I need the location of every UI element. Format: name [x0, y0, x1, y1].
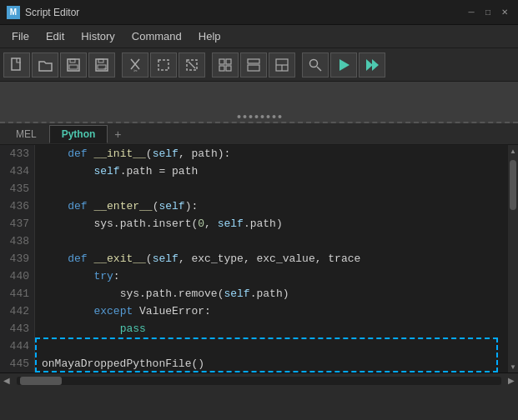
- run-all-icon: [365, 58, 380, 72]
- svg-rect-16: [219, 66, 224, 71]
- line-num: 435: [5, 180, 29, 198]
- tab-mel[interactable]: MEL: [3, 125, 49, 143]
- menu-file[interactable]: File: [3, 27, 38, 46]
- close-button[interactable]: ✕: [498, 6, 511, 19]
- code-line-433: def __init__(self, path):: [42, 145, 501, 162]
- maximize-button[interactable]: □: [481, 6, 495, 19]
- save-file-button[interactable]: [60, 52, 87, 78]
- select-icon: [156, 58, 171, 72]
- select-button[interactable]: [150, 52, 177, 78]
- line-num: 443: [5, 320, 29, 338]
- menu-edit[interactable]: Edit: [38, 27, 73, 46]
- line-num: 433: [5, 145, 29, 162]
- layout2-button[interactable]: [269, 52, 295, 78]
- new-file-button[interactable]: [3, 52, 30, 78]
- scroll-down-arrow[interactable]: ▼: [510, 361, 516, 372]
- divider-dot: [266, 115, 269, 118]
- layout-icon: [246, 58, 261, 72]
- code-line-436: def __enter__(self):: [42, 198, 501, 215]
- svg-text:✂: ✂: [133, 68, 138, 72]
- divider-dot: [260, 115, 264, 118]
- svg-rect-15: [226, 59, 231, 64]
- code-line-438: [42, 232, 501, 250]
- cut-button[interactable]: ✂: [122, 52, 148, 78]
- svg-rect-11: [158, 60, 168, 70]
- title-bar: M Script Editor ─ □ ✕: [0, 0, 518, 25]
- line-num: 440: [5, 268, 29, 285]
- code-line-444: [42, 338, 501, 355]
- menu-command[interactable]: Command: [123, 27, 190, 46]
- clear-button[interactable]: [179, 52, 205, 78]
- line-num: 437: [5, 215, 29, 232]
- code-line-439: def __exit__(self, exc_type, exc_value, …: [42, 250, 501, 268]
- code-line-435: [42, 180, 501, 198]
- line-num: 438: [5, 232, 29, 250]
- code-line-440: try:: [42, 268, 501, 285]
- line-num: 434: [5, 162, 29, 180]
- new-file-icon: [9, 58, 24, 72]
- toolbar-separator-1: [117, 52, 120, 78]
- toolbar-separator-3: [297, 52, 300, 78]
- code-area: 433 434 435 436 437 438 439 440 441 442 …: [0, 145, 518, 372]
- code-line-442: except ValueError:: [42, 302, 501, 320]
- search-button[interactable]: [302, 52, 329, 78]
- svg-line-13: [189, 62, 195, 68]
- window-controls: ─ □ ✕: [465, 6, 511, 19]
- divider-dot: [278, 115, 281, 118]
- horizontal-scrollbar-thumb[interactable]: [20, 377, 62, 385]
- tab-python[interactable]: Python: [49, 125, 108, 143]
- code-line-437: sys.path.insert(0, self.path): [42, 215, 501, 232]
- svg-marker-26: [366, 59, 373, 71]
- svg-point-23: [310, 59, 318, 67]
- line-num: 439: [5, 250, 29, 268]
- line-numbers: 433 434 435 436 437 438 439 440 441 442 …: [0, 145, 35, 372]
- grid-icon: [218, 58, 233, 72]
- code-line-445: onMayaDroppedPythonFile(): [42, 355, 501, 372]
- menu-bar: File Edit History Command Help: [0, 25, 518, 48]
- run-button[interactable]: [330, 52, 357, 78]
- line-num: 445: [5, 355, 29, 372]
- svg-marker-27: [372, 59, 379, 71]
- menu-history[interactable]: History: [73, 27, 123, 46]
- layout-button[interactable]: [240, 52, 267, 78]
- bottom-scrollbar-bar: ◀ ▶: [0, 372, 518, 388]
- line-num: 444: [5, 338, 29, 355]
- open-file-icon: [38, 58, 53, 72]
- scrollbar-thumb[interactable]: [510, 160, 516, 210]
- svg-rect-3: [69, 65, 78, 69]
- code-line-441: sys.path.remove(self.path): [42, 285, 501, 302]
- svg-rect-19: [248, 65, 259, 71]
- open-file-button[interactable]: [32, 52, 58, 78]
- output-panel: [0, 82, 518, 123]
- search-icon: [308, 58, 323, 72]
- line-num: 441: [5, 285, 29, 302]
- scroll-up-arrow[interactable]: ▲: [510, 145, 516, 157]
- divider-dot: [237, 115, 240, 118]
- vertical-scrollbar[interactable]: ▲ ▼: [508, 145, 518, 372]
- grid-button[interactable]: [212, 52, 239, 78]
- toolbar-separator-2: [207, 52, 210, 78]
- svg-rect-18: [248, 59, 259, 63]
- code-line-443: pass: [42, 320, 501, 338]
- code-line-434: self.path = path: [42, 162, 501, 180]
- run-all-button[interactable]: [359, 52, 385, 78]
- svg-text:+: +: [103, 66, 107, 72]
- menu-help[interactable]: Help: [190, 27, 229, 46]
- line-num: 442: [5, 302, 29, 320]
- code-editor[interactable]: def __init__(self, path): self.path = pa…: [35, 145, 508, 372]
- svg-marker-25: [339, 59, 350, 71]
- app-icon: M: [7, 6, 20, 19]
- horizontal-scrollbar[interactable]: [17, 377, 501, 385]
- scroll-right-arrow[interactable]: ▶: [505, 374, 518, 388]
- panel-divider: [237, 115, 281, 118]
- divider-dot: [254, 115, 258, 118]
- minimize-button[interactable]: ─: [465, 6, 478, 19]
- cut-icon: ✂: [128, 58, 143, 72]
- scroll-left-arrow[interactable]: ◀: [0, 374, 13, 388]
- divider-dot: [272, 115, 275, 118]
- run-icon: [336, 58, 351, 72]
- save-as-button[interactable]: +: [88, 52, 115, 78]
- add-tab-button[interactable]: +: [108, 126, 128, 142]
- svg-rect-17: [226, 66, 231, 71]
- save-file-icon: [66, 58, 81, 72]
